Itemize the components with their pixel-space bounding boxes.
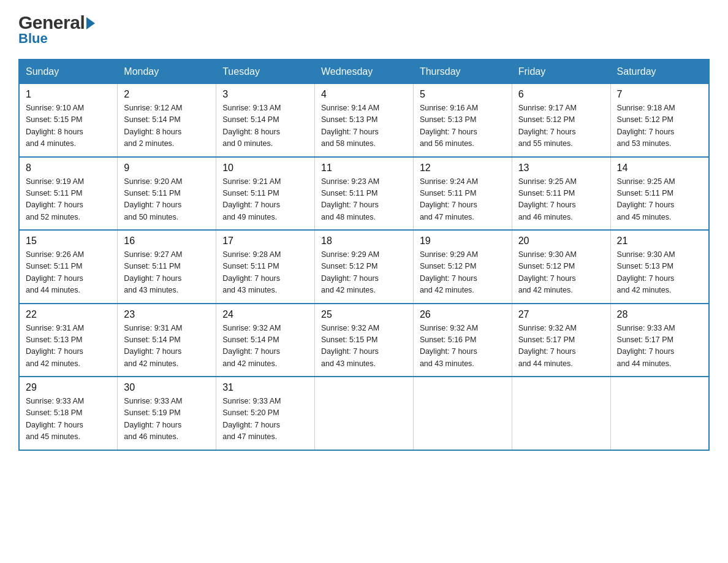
calendar-cell: 3Sunrise: 9:13 AMSunset: 5:14 PMDaylight… bbox=[216, 84, 315, 157]
calendar-cell: 28Sunrise: 9:33 AMSunset: 5:17 PMDayligh… bbox=[610, 304, 709, 377]
day-info: Sunrise: 9:20 AMSunset: 5:11 PMDaylight:… bbox=[124, 176, 210, 224]
calendar-table: SundayMondayTuesdayWednesdayThursdayFrid… bbox=[18, 59, 710, 451]
day-number: 9 bbox=[124, 163, 210, 174]
day-info: Sunrise: 9:33 AMSunset: 5:19 PMDaylight:… bbox=[124, 396, 210, 443]
day-info: Sunrise: 9:29 AMSunset: 5:12 PMDaylight:… bbox=[420, 249, 506, 297]
day-number: 8 bbox=[26, 163, 111, 174]
page-header: General Blue bbox=[18, 12, 710, 47]
day-info: Sunrise: 9:12 AMSunset: 5:14 PMDaylight:… bbox=[124, 102, 210, 150]
calendar-cell: 22Sunrise: 9:31 AMSunset: 5:13 PMDayligh… bbox=[19, 304, 118, 377]
column-header-sunday: Sunday bbox=[19, 59, 118, 84]
day-number: 21 bbox=[617, 236, 702, 247]
day-number: 22 bbox=[26, 309, 111, 320]
calendar-cell: 18Sunrise: 9:29 AMSunset: 5:12 PMDayligh… bbox=[315, 230, 414, 304]
day-number: 13 bbox=[518, 163, 604, 174]
day-info: Sunrise: 9:29 AMSunset: 5:12 PMDaylight:… bbox=[321, 249, 407, 297]
day-number: 23 bbox=[124, 309, 210, 320]
calendar-week-row: 1Sunrise: 9:10 AMSunset: 5:15 PMDaylight… bbox=[19, 84, 709, 157]
day-info: Sunrise: 9:32 AMSunset: 5:14 PMDaylight:… bbox=[222, 323, 308, 370]
day-info: Sunrise: 9:17 AMSunset: 5:12 PMDaylight:… bbox=[518, 102, 604, 150]
day-info: Sunrise: 9:14 AMSunset: 5:13 PMDaylight:… bbox=[321, 102, 407, 150]
day-number: 18 bbox=[321, 236, 407, 247]
logo: General Blue bbox=[18, 12, 95, 47]
calendar-cell: 5Sunrise: 9:16 AMSunset: 5:13 PMDaylight… bbox=[413, 84, 512, 157]
calendar-cell: 27Sunrise: 9:32 AMSunset: 5:17 PMDayligh… bbox=[512, 304, 610, 377]
day-number: 26 bbox=[420, 309, 506, 320]
calendar-cell: 6Sunrise: 9:17 AMSunset: 5:12 PMDaylight… bbox=[512, 84, 610, 157]
calendar-cell: 23Sunrise: 9:31 AMSunset: 5:14 PMDayligh… bbox=[118, 304, 216, 377]
day-number: 20 bbox=[518, 236, 604, 247]
calendar-header-row: SundayMondayTuesdayWednesdayThursdayFrid… bbox=[19, 59, 709, 84]
calendar-cell: 1Sunrise: 9:10 AMSunset: 5:15 PMDaylight… bbox=[19, 84, 118, 157]
day-info: Sunrise: 9:16 AMSunset: 5:13 PMDaylight:… bbox=[420, 102, 506, 150]
column-header-thursday: Thursday bbox=[413, 59, 512, 84]
logo-arrow-icon bbox=[86, 17, 95, 29]
calendar-cell: 17Sunrise: 9:28 AMSunset: 5:11 PMDayligh… bbox=[216, 230, 315, 304]
calendar-cell: 7Sunrise: 9:18 AMSunset: 5:12 PMDaylight… bbox=[610, 84, 709, 157]
day-info: Sunrise: 9:25 AMSunset: 5:11 PMDaylight:… bbox=[518, 176, 604, 224]
calendar-cell bbox=[512, 377, 610, 450]
day-info: Sunrise: 9:21 AMSunset: 5:11 PMDaylight:… bbox=[222, 176, 308, 224]
day-number: 27 bbox=[518, 309, 604, 320]
calendar-week-row: 22Sunrise: 9:31 AMSunset: 5:13 PMDayligh… bbox=[19, 304, 709, 377]
calendar-cell: 24Sunrise: 9:32 AMSunset: 5:14 PMDayligh… bbox=[216, 304, 315, 377]
day-number: 6 bbox=[518, 89, 604, 100]
day-number: 19 bbox=[420, 236, 506, 247]
day-number: 28 bbox=[617, 309, 702, 320]
calendar-cell: 19Sunrise: 9:29 AMSunset: 5:12 PMDayligh… bbox=[413, 230, 512, 304]
day-info: Sunrise: 9:30 AMSunset: 5:12 PMDaylight:… bbox=[518, 249, 604, 297]
day-info: Sunrise: 9:33 AMSunset: 5:20 PMDaylight:… bbox=[222, 396, 308, 443]
day-info: Sunrise: 9:30 AMSunset: 5:13 PMDaylight:… bbox=[617, 249, 702, 297]
day-info: Sunrise: 9:27 AMSunset: 5:11 PMDaylight:… bbox=[124, 249, 210, 297]
day-info: Sunrise: 9:28 AMSunset: 5:11 PMDaylight:… bbox=[222, 249, 308, 297]
day-info: Sunrise: 9:13 AMSunset: 5:14 PMDaylight:… bbox=[222, 102, 308, 150]
day-number: 16 bbox=[124, 236, 210, 247]
calendar-cell: 25Sunrise: 9:32 AMSunset: 5:15 PMDayligh… bbox=[315, 304, 414, 377]
day-number: 12 bbox=[420, 163, 506, 174]
day-info: Sunrise: 9:31 AMSunset: 5:14 PMDaylight:… bbox=[124, 323, 210, 370]
column-header-saturday: Saturday bbox=[610, 59, 709, 84]
calendar-cell: 30Sunrise: 9:33 AMSunset: 5:19 PMDayligh… bbox=[118, 377, 216, 450]
calendar-week-row: 8Sunrise: 9:19 AMSunset: 5:11 PMDaylight… bbox=[19, 157, 709, 231]
calendar-cell: 12Sunrise: 9:24 AMSunset: 5:11 PMDayligh… bbox=[413, 157, 512, 231]
day-info: Sunrise: 9:24 AMSunset: 5:11 PMDaylight:… bbox=[420, 176, 506, 224]
calendar-cell: 15Sunrise: 9:26 AMSunset: 5:11 PMDayligh… bbox=[19, 230, 118, 304]
day-number: 4 bbox=[321, 89, 407, 100]
day-number: 14 bbox=[617, 163, 702, 174]
day-number: 1 bbox=[26, 89, 111, 100]
logo-blue-text: Blue bbox=[18, 31, 48, 47]
day-number: 15 bbox=[26, 236, 111, 247]
day-info: Sunrise: 9:26 AMSunset: 5:11 PMDaylight:… bbox=[26, 249, 111, 297]
day-info: Sunrise: 9:32 AMSunset: 5:15 PMDaylight:… bbox=[321, 323, 407, 370]
column-header-friday: Friday bbox=[512, 59, 610, 84]
day-number: 31 bbox=[222, 382, 308, 393]
logo-general-text: General bbox=[18, 12, 85, 33]
calendar-cell: 11Sunrise: 9:23 AMSunset: 5:11 PMDayligh… bbox=[315, 157, 414, 231]
day-info: Sunrise: 9:25 AMSunset: 5:11 PMDaylight:… bbox=[617, 176, 702, 224]
calendar-cell: 26Sunrise: 9:32 AMSunset: 5:16 PMDayligh… bbox=[413, 304, 512, 377]
day-info: Sunrise: 9:33 AMSunset: 5:18 PMDaylight:… bbox=[26, 396, 111, 443]
day-info: Sunrise: 9:10 AMSunset: 5:15 PMDaylight:… bbox=[26, 102, 111, 150]
day-info: Sunrise: 9:19 AMSunset: 5:11 PMDaylight:… bbox=[26, 176, 111, 224]
day-info: Sunrise: 9:23 AMSunset: 5:11 PMDaylight:… bbox=[321, 176, 407, 224]
calendar-cell: 21Sunrise: 9:30 AMSunset: 5:13 PMDayligh… bbox=[610, 230, 709, 304]
day-info: Sunrise: 9:32 AMSunset: 5:16 PMDaylight:… bbox=[420, 323, 506, 370]
column-header-monday: Monday bbox=[118, 59, 216, 84]
calendar-cell bbox=[413, 377, 512, 450]
calendar-cell: 16Sunrise: 9:27 AMSunset: 5:11 PMDayligh… bbox=[118, 230, 216, 304]
calendar-cell: 9Sunrise: 9:20 AMSunset: 5:11 PMDaylight… bbox=[118, 157, 216, 231]
day-number: 30 bbox=[124, 382, 210, 393]
day-number: 5 bbox=[420, 89, 506, 100]
day-info: Sunrise: 9:31 AMSunset: 5:13 PMDaylight:… bbox=[26, 323, 111, 370]
calendar-cell: 20Sunrise: 9:30 AMSunset: 5:12 PMDayligh… bbox=[512, 230, 610, 304]
day-number: 2 bbox=[124, 89, 210, 100]
column-header-wednesday: Wednesday bbox=[315, 59, 414, 84]
calendar-cell: 14Sunrise: 9:25 AMSunset: 5:11 PMDayligh… bbox=[610, 157, 709, 231]
calendar-week-row: 15Sunrise: 9:26 AMSunset: 5:11 PMDayligh… bbox=[19, 230, 709, 304]
day-number: 10 bbox=[222, 163, 308, 174]
day-number: 17 bbox=[222, 236, 308, 247]
day-number: 3 bbox=[222, 89, 308, 100]
calendar-cell: 4Sunrise: 9:14 AMSunset: 5:13 PMDaylight… bbox=[315, 84, 414, 157]
day-info: Sunrise: 9:32 AMSunset: 5:17 PMDaylight:… bbox=[518, 323, 604, 370]
calendar-cell: 8Sunrise: 9:19 AMSunset: 5:11 PMDaylight… bbox=[19, 157, 118, 231]
